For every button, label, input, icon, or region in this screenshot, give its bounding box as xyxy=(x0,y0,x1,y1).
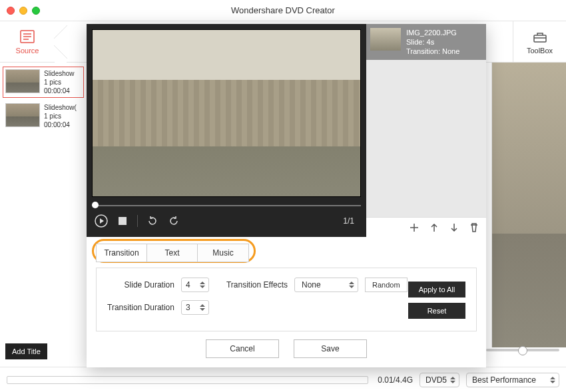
slideshow-meta: Slideshow 1 pics 00:00:04 xyxy=(44,69,75,95)
random-button[interactable]: Random xyxy=(365,278,408,292)
tab-text[interactable]: Text xyxy=(147,244,198,262)
editor-tabs: Transition Text Music xyxy=(96,244,249,262)
preview-main: 1/1 xyxy=(87,24,366,237)
nav-arrow xyxy=(55,21,67,63)
modal-footer: Cancel Save xyxy=(87,331,486,366)
minimize-icon[interactable] xyxy=(19,7,27,15)
transition-panel: Slide Duration 4 Transition Duration 3 T… xyxy=(96,268,477,331)
slideshow-thumb xyxy=(5,69,40,93)
transition-duration-label: Transition Duration xyxy=(107,303,174,312)
window-controls xyxy=(7,7,40,15)
stop-button[interactable] xyxy=(116,214,129,228)
rotate-left-icon xyxy=(147,216,158,226)
trash-icon[interactable] xyxy=(469,222,479,233)
tab-source[interactable]: Source xyxy=(0,21,55,62)
scrub-bar[interactable] xyxy=(92,201,361,210)
stop-icon xyxy=(119,217,127,225)
transition-duration-stepper[interactable]: 3 xyxy=(181,300,209,315)
slideshow-meta: Slideshow( 1 pics 00:00:04 xyxy=(44,103,77,129)
zoom-icon[interactable] xyxy=(32,7,40,15)
rotate-right-icon xyxy=(168,216,179,226)
zoom-slider[interactable] xyxy=(486,349,559,351)
clip-meta: IMG_2200.JPG Slide: 4s Transition: None xyxy=(406,28,459,56)
transition-effects-select[interactable]: None xyxy=(294,278,358,292)
tab-toolbox[interactable]: ToolBox xyxy=(513,21,566,62)
arrow-down-icon[interactable] xyxy=(449,222,459,233)
sidebar: Slideshow 1 pics 00:00:04 Slideshow( 1 p… xyxy=(3,67,84,132)
slideshow-thumb xyxy=(5,103,40,127)
slide-duration-stepper[interactable]: 4 xyxy=(181,278,209,292)
window-title: Wondershare DVD Creator xyxy=(231,5,335,15)
save-button[interactable]: Save xyxy=(294,339,367,358)
apply-all-button[interactable]: Apply to All xyxy=(408,282,465,297)
disc-usage-text: 0.01/4.4G xyxy=(378,375,413,385)
titlebar: Wondershare DVD Creator xyxy=(0,0,566,21)
clip-tools xyxy=(366,217,486,237)
add-title-button[interactable]: Add Title xyxy=(5,343,47,359)
preview-image xyxy=(92,29,361,197)
player-controls: 1/1 xyxy=(92,210,361,232)
bottom-bar: 0.01/4.4G DVD5 Best Performance xyxy=(0,367,566,392)
svg-rect-4 xyxy=(534,35,546,42)
transition-effects-label: Transition Effects xyxy=(226,280,288,290)
slideshow-editor-modal: 1/1 IMG_2200.JPG Slide: 4s Transition: N… xyxy=(87,24,486,367)
tab-source-label: Source xyxy=(16,47,39,55)
document-icon xyxy=(19,29,36,44)
preview-row: 1/1 IMG_2200.JPG Slide: 4s Transition: N… xyxy=(87,24,486,237)
disc-type-select[interactable]: DVD5 xyxy=(420,373,459,387)
cancel-button[interactable]: Cancel xyxy=(206,339,279,358)
clip-thumb xyxy=(370,28,401,51)
background-preview xyxy=(491,63,566,347)
tab-toolbox-label: ToolBox xyxy=(527,47,553,55)
plus-icon[interactable] xyxy=(409,222,420,233)
slideshow-item[interactable]: Slideshow 1 pics 00:00:04 xyxy=(3,67,84,98)
play-button[interactable] xyxy=(95,214,108,228)
play-icon xyxy=(95,214,108,228)
disc-usage-bar xyxy=(7,376,368,384)
clips-column: IMG_2200.JPG Slide: 4s Transition: None xyxy=(366,24,486,237)
close-icon[interactable] xyxy=(7,7,15,15)
slide-duration-label: Slide Duration xyxy=(125,280,174,290)
clip-item[interactable]: IMG_2200.JPG Slide: 4s Transition: None xyxy=(366,24,486,60)
arrow-up-icon[interactable] xyxy=(429,222,439,233)
tab-music[interactable]: Music xyxy=(198,244,248,262)
slideshow-item[interactable]: Slideshow( 1 pics 00:00:04 xyxy=(3,100,84,132)
tab-transition[interactable]: Transition xyxy=(97,244,147,262)
rotate-left-button[interactable] xyxy=(146,214,159,228)
rotate-right-button[interactable] xyxy=(167,214,180,228)
toolbox-icon xyxy=(531,29,549,44)
slide-counter: 1/1 xyxy=(343,216,358,226)
svg-rect-7 xyxy=(119,217,127,225)
reset-button[interactable]: Reset xyxy=(408,303,465,319)
editor-tabs-wrap: Transition Text Music xyxy=(87,237,486,262)
quality-select[interactable]: Best Performance xyxy=(466,373,559,387)
